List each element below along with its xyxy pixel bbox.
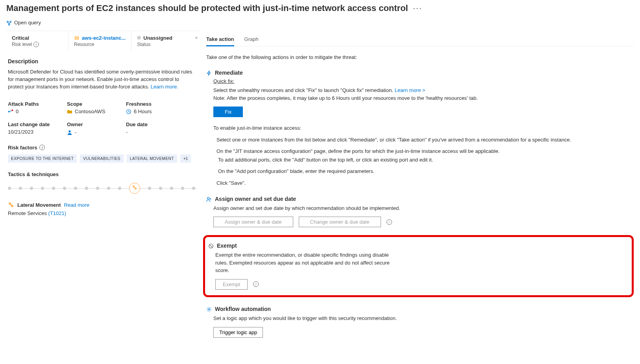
- exempt-desc: Exempt the entire recommendation, or dis…: [215, 251, 400, 274]
- attack-path-icon: [8, 108, 13, 115]
- ec2-icon: [74, 35, 80, 41]
- remediate-step4: Click "Save".: [215, 179, 634, 187]
- info-icon[interactable]: i: [33, 42, 39, 47]
- risk-chip[interactable]: EXPOSURE TO THE INTERNET: [8, 154, 77, 163]
- assign-owner-button[interactable]: Assign owner & due date: [213, 217, 293, 227]
- resource-link[interactable]: aws-ec2-instanc...: [82, 35, 126, 41]
- folder-icon: [67, 108, 72, 115]
- risk-chip[interactable]: LATERAL MOVEMENT: [127, 154, 177, 163]
- owner: Owner -: [67, 121, 126, 135]
- lightning-icon: [206, 70, 212, 76]
- change-owner-button[interactable]: Change owner & due date: [299, 217, 381, 227]
- quickfix-line1: Select the unhealthy resources and click…: [213, 86, 634, 94]
- freshness: Freshness 6 Hours: [126, 101, 185, 115]
- due-date: Due date -: [126, 121, 185, 135]
- person-icon: [67, 129, 72, 135]
- assign-owner-icon: [206, 195, 212, 202]
- query-icon: [6, 20, 12, 26]
- status-cell: Unassigned Status: [131, 31, 194, 51]
- description-learn-more[interactable]: Learn more.: [151, 84, 178, 90]
- exempt-icon: [208, 243, 214, 249]
- remediate-step3: On the "Add port configuration" blade, e…: [215, 167, 634, 175]
- clock-icon: [126, 108, 131, 115]
- svg-rect-4: [76, 37, 78, 39]
- svg-point-0: [7, 21, 9, 22]
- info-icon[interactable]: i: [253, 281, 259, 287]
- last-change-date: Last change date 10/21/2023: [8, 121, 67, 135]
- workflow-heading: Workflow automation: [206, 306, 634, 312]
- description-text: Microsoft Defender for Cloud has identif…: [8, 68, 194, 91]
- svg-point-12: [11, 205, 13, 207]
- remediate-step2b: To add additional ports, click the "Add"…: [215, 156, 634, 164]
- risk-chip-more[interactable]: +1: [180, 154, 191, 163]
- exempt-highlight: Exempt Exempt the entire recommendation,…: [203, 235, 634, 297]
- tab-graph[interactable]: Graph: [244, 32, 259, 46]
- svg-point-11: [9, 203, 11, 204]
- gear-icon: [206, 306, 212, 312]
- tab-take-action[interactable]: Take action: [206, 32, 234, 46]
- lateral-title: Lateral Movement: [17, 202, 61, 208]
- lateral-movement-icon: [8, 202, 14, 208]
- risk-factors-label: Risk factors i: [8, 145, 198, 151]
- description-heading: Description: [8, 58, 194, 64]
- enable-intro: To enable just-in-time instance access:: [213, 124, 634, 132]
- svg-point-6: [12, 110, 13, 111]
- resource-cell: aws-ec2-instanc... Resource: [68, 31, 131, 51]
- quickfix-learn-more[interactable]: Learn more >: [395, 87, 425, 93]
- status-dot-icon: [137, 36, 141, 40]
- tactic-active-node[interactable]: [129, 183, 140, 194]
- svg-point-1: [10, 21, 11, 22]
- svg-point-10: [135, 188, 137, 189]
- quickfix-label: Quick fix:: [213, 78, 634, 84]
- workflow-desc: Set a logic app which you would like to …: [213, 314, 634, 322]
- technique-link[interactable]: (T1021): [48, 210, 67, 216]
- lateral-subtext: Remote Services (T1021): [8, 210, 198, 216]
- more-icon[interactable]: ···: [413, 3, 422, 13]
- collapse-chevron-icon[interactable]: «: [195, 35, 198, 40]
- info-icon[interactable]: i: [39, 145, 45, 150]
- svg-point-13: [207, 197, 209, 199]
- tactics-label: Tactics & techniques: [8, 171, 198, 177]
- take-action-intro: Take one of the the following actions in…: [206, 53, 634, 61]
- svg-point-2: [8, 24, 10, 25]
- risk-level-cell: Critical Risk level i: [6, 31, 68, 51]
- svg-point-8: [68, 131, 70, 132]
- scope: Scope ContosoAWS: [67, 101, 126, 115]
- assign-heading: Assign owner and set due date: [206, 195, 634, 202]
- info-icon[interactable]: i: [387, 219, 392, 225]
- exempt-heading: Exempt: [208, 243, 628, 249]
- assign-desc: Assign owner and set due date by which r…: [213, 204, 634, 212]
- trigger-logic-app-button[interactable]: Trigger logic app: [213, 327, 263, 338]
- info-bar: Critical Risk level i aws-ec2-instanc...…: [6, 31, 200, 51]
- attack-paths: Attack Paths 0: [8, 101, 67, 115]
- lateral-read-more[interactable]: Read more: [64, 202, 89, 208]
- tactics-timeline: [8, 183, 198, 194]
- svg-point-15: [208, 309, 210, 310]
- fix-button[interactable]: Fix: [213, 107, 243, 117]
- risk-chip[interactable]: VULNERABILITIES: [80, 154, 124, 163]
- remediate-step2a: On the "JIT instance access configuratio…: [215, 147, 634, 155]
- remediate-step1: Select one or more Instances from the li…: [215, 136, 634, 144]
- page-title: Management ports of EC2 instances should…: [6, 3, 634, 13]
- open-query-link[interactable]: Open query: [6, 20, 634, 26]
- exempt-button[interactable]: Exempt: [215, 279, 248, 290]
- remediate-heading: Remediate: [206, 70, 634, 76]
- quickfix-note: Note: After the process completes, it ma…: [213, 94, 634, 102]
- svg-point-9: [133, 186, 135, 188]
